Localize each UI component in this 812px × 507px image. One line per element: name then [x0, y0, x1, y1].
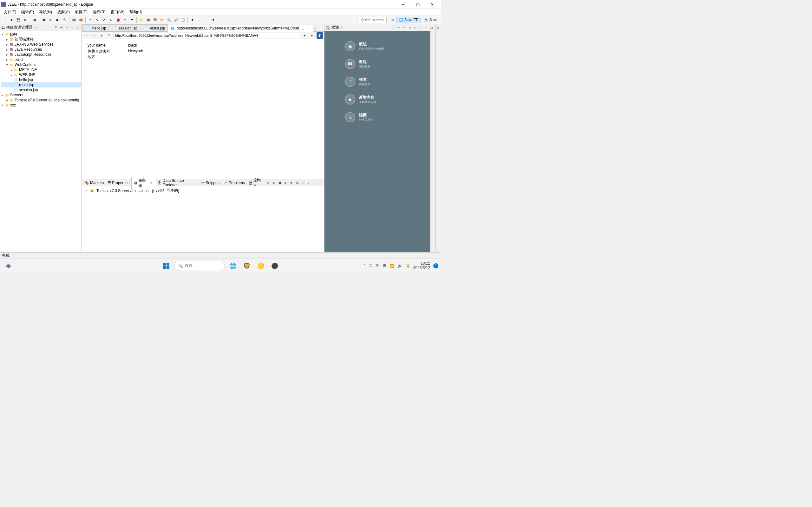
toggle-breadcrumb-button[interactable]: ▦	[32, 17, 38, 23]
menu-help[interactable]: 帮助(H)	[127, 9, 145, 15]
back-dropdown-icon[interactable]: ▾	[189, 17, 195, 23]
server-debug-button[interactable]: 🐞	[277, 180, 282, 185]
server-profile-button[interactable]: ◉	[283, 180, 288, 185]
new-button[interactable]: 📄	[1, 17, 8, 23]
tray-chevron-icon[interactable]: ˄	[363, 264, 365, 268]
tree-node-sessionjsp[interactable]: 📄session.jsp	[1, 88, 81, 93]
expand-icon[interactable]: ▸	[84, 189, 88, 192]
welcome-whatsnew[interactable]: ★新增内容了解新增内容	[339, 91, 421, 108]
save-button[interactable]: 💾	[15, 17, 21, 23]
ime-mode[interactable]: 拼	[383, 263, 386, 268]
back-button[interactable]: ←	[203, 17, 209, 23]
tree-node-hellojsp[interactable]: 📄hello.jsp	[1, 77, 81, 82]
tree-node-deploy[interactable]: ▸📜部署描述符:	[1, 37, 81, 42]
fast-view-outline-icon[interactable]: ▤	[436, 25, 441, 30]
tree-node-jaxws[interactable]: ▸📚JAX-WS Web Services	[1, 42, 81, 47]
tray-wifi-icon[interactable]: 📶	[390, 264, 394, 268]
minimize-button[interactable]: ─	[396, 0, 410, 9]
welcome-tutorials[interactable]: 📖教程浏览教程	[339, 55, 421, 73]
welcome-home-button[interactable]: ⌂	[391, 25, 396, 30]
new-module-button[interactable]: 📦	[78, 17, 84, 23]
menu-window[interactable]: 窗口(W)	[108, 9, 127, 15]
tree-node-metainf[interactable]: ▸📁META-INF	[1, 67, 81, 72]
tab-hello-jsp[interactable]: 📄hello.jsp	[83, 24, 109, 32]
new-package-button[interactable]: 📦	[145, 17, 151, 23]
tree-node-jsres[interactable]: ▸📚JavaScript Resources	[1, 52, 81, 57]
tab-result-jsp[interactable]: 📄result.jsp	[140, 24, 168, 32]
menu-navigate[interactable]: 导航(N)	[37, 9, 55, 15]
bottom-minimize-button[interactable]: ─	[311, 180, 316, 185]
welcome-overview[interactable]: ◉概述获取功能部件的概述	[339, 38, 421, 55]
tree-node-resultjsp[interactable]: 📄result.jsp	[1, 82, 81, 88]
fast-view-tasks-icon[interactable]: ☰	[436, 31, 441, 36]
view-close-icon[interactable]: ×	[341, 25, 343, 30]
browser-url-input[interactable]	[113, 33, 300, 38]
tab-snippets[interactable]: ✂Snippets	[200, 180, 222, 186]
tray-security-icon[interactable]: 🛡	[368, 264, 372, 268]
welcome-nav2-button[interactable]: ↪	[402, 25, 407, 30]
welcome-minimize-button[interactable]: ─	[423, 25, 428, 30]
server-start-button[interactable]: ▶	[271, 180, 276, 185]
run-dropdown-icon[interactable]: ▾	[122, 17, 128, 23]
tree-node-webinf[interactable]: ▸📁WEB-INF	[1, 72, 81, 77]
server-no-button[interactable]: ⊘	[266, 180, 271, 185]
ext-tools-button[interactable]: 🔧	[61, 17, 68, 23]
tray-time[interactable]: 18:22	[413, 262, 430, 266]
start-button[interactable]	[160, 260, 172, 272]
resume-button[interactable]: ▶	[108, 17, 114, 23]
menu-search[interactable]: 搜索(A)	[55, 9, 72, 15]
servers-view[interactable]: ▸ 🐱 Tomcat v7.0 Server at localhost [已启动…	[82, 186, 324, 252]
forward-button[interactable]: →	[196, 17, 202, 23]
new-dropdown-icon[interactable]: ▾	[8, 17, 14, 23]
view-close-icon[interactable]: ×	[34, 25, 37, 30]
welcome-reduce-button[interactable]: A	[407, 25, 412, 30]
tab-servers[interactable]: 🖥服务器×	[131, 177, 156, 189]
new-server-button[interactable]: 📦	[71, 17, 77, 23]
tab-problems[interactable]: ⚠Problems	[222, 180, 247, 186]
minimize-view-button[interactable]: ─	[70, 25, 75, 30]
tab-close-icon[interactable]: ×	[307, 26, 310, 30]
welcome-maximize-button[interactable]: ▢	[429, 25, 434, 30]
tab-browser[interactable]: 🌐http://localhost:8080/j2ee/result.jsp?a…	[167, 25, 313, 32]
taskbar-app2-icon[interactable]: 🟡	[255, 260, 267, 272]
debug-button[interactable]: 🐞	[41, 17, 47, 23]
server-row[interactable]: ▸ 🐱 Tomcat v7.0 Server at localhost [已启动…	[83, 187, 323, 193]
new-project-button[interactable]: 📁	[138, 17, 144, 23]
tab-session-jsp[interactable]: 📄session.jsp	[109, 24, 140, 32]
taskbar-app1-icon[interactable]: 🦁	[241, 260, 253, 272]
url-dropdown-icon[interactable]: ▾	[301, 32, 308, 39]
tab-markers[interactable]: 🔖Markers	[83, 180, 106, 186]
tree-node-build[interactable]: ▸📁build	[1, 57, 81, 62]
editor-menu-button[interactable]: ▿	[313, 26, 318, 32]
terminate-button[interactable]: ⬤	[115, 17, 121, 23]
taskbar-eclipse-icon[interactable]: ◉	[3, 260, 14, 272]
notification-badge[interactable]: 1	[433, 263, 438, 268]
menu-project[interactable]: 项目(P)	[72, 9, 90, 15]
close-button[interactable]: ✕	[425, 0, 440, 9]
perspective-java[interactable]: ☕Java	[421, 17, 440, 23]
perspective-javaee[interactable]: 🌐Java EE	[397, 17, 421, 23]
step-into-button[interactable]: ↘	[94, 17, 100, 23]
tree-node-webcontent[interactable]: ▾📁WebContent	[1, 62, 81, 67]
step-return-button[interactable]: ↗	[101, 17, 107, 23]
forward-dropdown-icon[interactable]: ▾	[210, 17, 216, 23]
server-stop-button[interactable]: ■	[289, 180, 294, 185]
taskbar-search[interactable]: 🔍搜索	[174, 261, 225, 271]
open-perspective-button[interactable]: ⊞	[390, 17, 396, 23]
welcome-enlarge-button[interactable]: A	[413, 25, 418, 30]
collapse-all-button[interactable]: ⇱	[54, 25, 59, 30]
search-button[interactable]: 🔎	[173, 17, 179, 23]
open-type-button[interactable]: 🔍	[166, 17, 172, 23]
run-last-button[interactable]: ▶	[55, 17, 61, 23]
browser-refresh-button[interactable]: ⟳	[106, 32, 112, 39]
welcome-scrollbar[interactable]	[430, 31, 435, 252]
tree-node-servers[interactable]: ▾📁Servers	[1, 93, 81, 98]
browser-go-button[interactable]: ▶	[309, 32, 315, 39]
step-over-button[interactable]: ↷	[87, 17, 93, 23]
menu-file[interactable]: 文件(F)	[1, 9, 19, 15]
save-all-button[interactable]: 🗎	[22, 17, 29, 23]
annotations-button[interactable]: 📋	[180, 17, 186, 23]
new-folder-button[interactable]: 📂	[159, 17, 165, 23]
run-button[interactable]: ▶	[48, 17, 54, 23]
tray-date[interactable]: 2023/3/12	[413, 266, 430, 270]
